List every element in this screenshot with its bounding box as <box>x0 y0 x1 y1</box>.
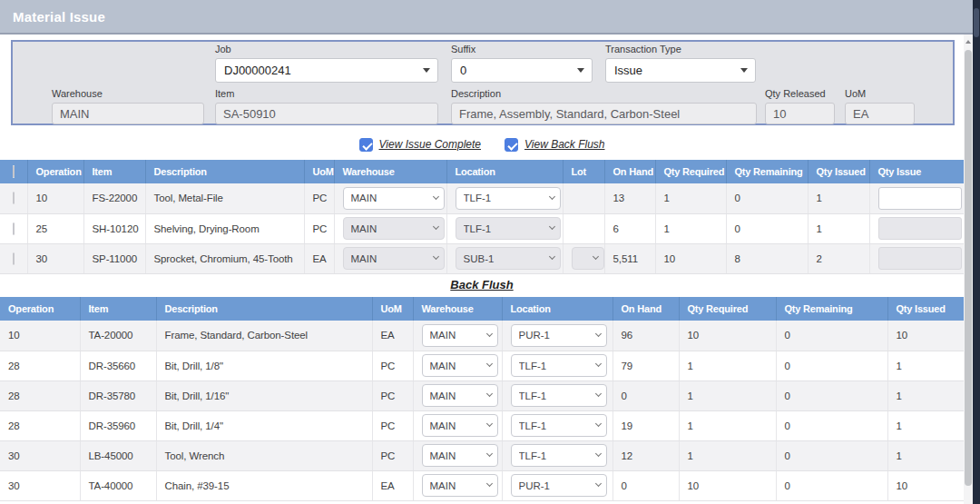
suffix-label: Suffix <box>451 44 593 54</box>
col-qty-remaining: Qty Remaining <box>776 297 887 321</box>
qty-released-input[interactable] <box>765 103 835 124</box>
suffix-select[interactable]: 0 <box>451 58 593 83</box>
transaction-type-label: Transaction Type <box>605 44 756 54</box>
warehouse-cell: MAIN <box>413 470 502 500</box>
location-select[interactable]: PUR-1 <box>511 324 607 347</box>
warehouse-select[interactable]: MAIN <box>422 384 498 407</box>
operation-cell: 28 <box>0 351 80 380</box>
qty-issued-cell: 1 <box>887 380 964 410</box>
location-select[interactable]: TLF-1 <box>511 354 607 377</box>
warehouse-select[interactable]: MAIN <box>343 217 445 240</box>
qty-issue-input[interactable] <box>878 217 962 240</box>
description-cell: Tool, Wrench <box>156 440 372 470</box>
warehouse-select[interactable]: MAIN <box>343 247 445 270</box>
uom-cell: PC <box>372 380 413 410</box>
warehouse-select[interactable]: MAIN <box>422 414 498 437</box>
lot-cell <box>563 213 604 243</box>
select-all-checkbox[interactable] <box>13 165 15 178</box>
view-back-flush-checkbox[interactable] <box>505 138 518 152</box>
row-select-cell <box>0 243 27 273</box>
lot-select[interactable] <box>572 247 604 270</box>
warehouse-input[interactable] <box>52 103 204 124</box>
transaction-type-combobox[interactable]: Issue <box>605 58 756 83</box>
qty-remaining-cell: 0 <box>776 351 887 380</box>
back-flush-row: 28 DR-35660 Bit, Drill, 1/8" PC MAIN TLF… <box>0 351 964 380</box>
scrollbar-thumb[interactable] <box>965 50 972 486</box>
qty-required-cell: 1 <box>679 410 776 440</box>
browser-scrollbar-thumb[interactable] <box>974 8 979 37</box>
item-cell: DR-35660 <box>80 351 156 380</box>
location-select[interactable]: TLF-1 <box>456 217 561 240</box>
location-cell: TLF-1 <box>502 440 612 470</box>
suffix-combobox[interactable]: 0 <box>451 58 593 83</box>
uom-input[interactable] <box>845 103 915 124</box>
row-checkbox[interactable] <box>13 252 15 265</box>
qty-required-cell: 10 <box>679 470 776 500</box>
qty-issued-cell: 1 <box>887 351 964 380</box>
location-select-wrap: PUR-1 <box>511 474 607 497</box>
view-issue-complete-option[interactable]: View Issue Complete <box>359 138 482 152</box>
location-select-wrap: TLF-1 <box>511 444 607 467</box>
qty-issue-cell <box>869 183 964 213</box>
issue-table-row: 25 SH-10120 Shelving, Drying-Room PC MAI… <box>0 213 964 243</box>
lot-cell <box>563 183 604 213</box>
warehouse-select[interactable]: MAIN <box>343 187 445 210</box>
warehouse-select-wrap: MAIN <box>422 474 498 497</box>
row-checkbox[interactable] <box>13 192 15 204</box>
qty-required-cell: 1 <box>679 440 776 470</box>
transaction-type-select[interactable]: Issue <box>605 58 756 83</box>
col-qty-issued: Qty Issued <box>808 160 869 183</box>
location-cell: TLF-1 <box>446 213 563 243</box>
warehouse-field: Warehouse <box>52 88 204 124</box>
col-on-hand: On Hand <box>604 160 655 183</box>
description-cell: Bit, Drill, 1/16" <box>156 380 372 410</box>
job-select[interactable]: DJ00000241 <box>215 58 438 83</box>
job-header-panel: Job DJ00000241 Suffix 0 Transaction Type… <box>11 40 955 125</box>
col-item: Item <box>80 297 156 321</box>
item-cell: SH-10120 <box>83 213 145 243</box>
qty-remaining-cell: 0 <box>776 321 887 351</box>
item-field: Item <box>215 88 438 124</box>
on-hand-cell: 5,511 <box>604 243 655 273</box>
location-cell: TLF-1 <box>446 183 563 213</box>
vertical-scrollbar[interactable] <box>964 35 973 504</box>
location-select[interactable]: SUB-1 <box>456 247 561 270</box>
view-back-flush-label: View Back Flush <box>524 138 604 151</box>
job-combobox[interactable]: DJ00000241 <box>215 58 438 83</box>
description-input[interactable] <box>451 103 757 124</box>
col-description: Description <box>156 297 372 321</box>
warehouse-select[interactable]: MAIN <box>422 444 498 467</box>
warehouse-select[interactable]: MAIN <box>422 474 498 497</box>
view-back-flush-option[interactable]: View Back Flush <box>505 138 604 152</box>
location-select-wrap: PUR-1 <box>511 324 607 347</box>
item-input[interactable] <box>215 103 438 124</box>
qty-issue-input[interactable] <box>878 187 962 210</box>
back-flush-row: 30 LB-45000 Tool, Wrench PC MAIN TLF-1 1… <box>0 440 964 470</box>
scroll-up-arrow-icon[interactable] <box>965 40 971 44</box>
material-issue-screen: { "window": { "title": "Material Issue" … <box>0 0 980 504</box>
warehouse-select[interactable]: MAIN <box>422 354 498 377</box>
location-select[interactable]: TLF-1 <box>456 187 561 210</box>
location-select[interactable]: PUR-1 <box>511 474 607 497</box>
row-checkbox[interactable] <box>13 222 15 235</box>
qty-issue-input[interactable] <box>878 247 962 270</box>
location-select[interactable]: TLF-1 <box>511 414 607 437</box>
on-hand-cell: 0 <box>612 470 679 500</box>
back-flush-row: 10 TA-20000 Frame, Standard, Carbon-Stee… <box>0 321 964 351</box>
operation-cell: 25 <box>27 213 83 243</box>
location-select-wrap: TLF-1 <box>456 217 561 240</box>
view-issue-complete-checkbox[interactable] <box>359 138 373 152</box>
suffix-field: Suffix 0 <box>451 44 593 83</box>
browser-scrollbar[interactable] <box>973 0 980 504</box>
warehouse-select-wrap: MAIN <box>422 414 498 437</box>
lot-select-wrap <box>572 247 604 270</box>
on-hand-cell: 19 <box>612 410 679 440</box>
location-select[interactable]: TLF-1 <box>511 384 607 407</box>
qty-issue-cell <box>869 243 964 273</box>
transaction-type-field: Transaction Type Issue <box>605 44 756 83</box>
on-hand-cell: 6 <box>604 213 655 243</box>
qty-remaining-cell: 0 <box>776 410 887 440</box>
warehouse-select[interactable]: MAIN <box>422 324 498 347</box>
col-operation: Operation <box>27 160 83 183</box>
location-select[interactable]: TLF-1 <box>511 444 607 467</box>
